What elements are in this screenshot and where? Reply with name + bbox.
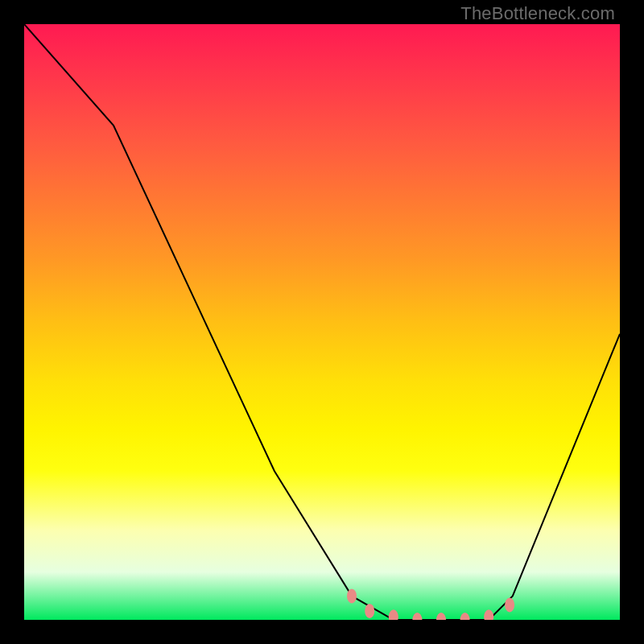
optimal-marker — [436, 613, 446, 620]
optimal-marker — [484, 609, 493, 620]
optimal-marker — [460, 613, 470, 620]
optimal-marker — [412, 613, 422, 620]
optimal-marker — [389, 609, 398, 620]
marker-group — [347, 588, 514, 620]
optimal-marker — [365, 604, 374, 618]
watermark-text: TheBottleneck.com — [460, 3, 615, 24]
chart-frame — [24, 24, 620, 620]
optimal-marker — [505, 598, 514, 613]
optimal-marker — [347, 588, 357, 603]
optimal-markers — [24, 24, 620, 620]
